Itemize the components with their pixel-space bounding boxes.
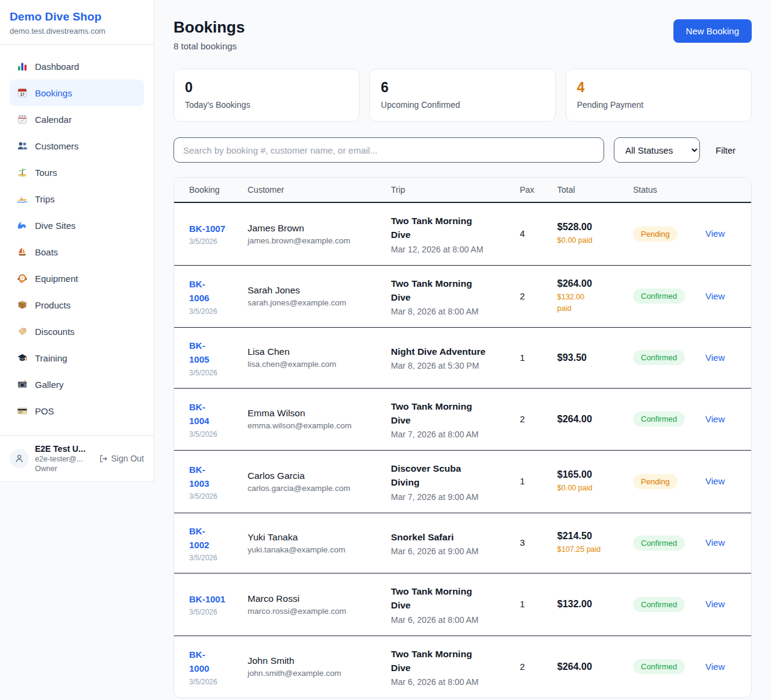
booking-id-link[interactable]: BK- 1004 — [189, 400, 209, 428]
booking-row: BK- 1005 3/5/2026 Lisa Chen lisa.chen@ex… — [174, 328, 752, 389]
sidebar-item-products[interactable]: Products — [10, 292, 144, 318]
sidebar-nav: Dashboard 17 Bookings Calendar Customers… — [0, 45, 154, 435]
view-booking-link[interactable]: View — [705, 599, 725, 609]
booking-id-link[interactable]: BK- 1000 — [189, 648, 209, 676]
col-header-status: Status — [627, 178, 699, 202]
status-badge: Confirmed — [633, 597, 685, 612]
customer-email: lisa.chen@example.com — [248, 360, 379, 369]
sidebar-item-bookings[interactable]: 17 Bookings — [10, 80, 144, 106]
new-booking-button[interactable]: New Booking — [673, 19, 752, 43]
view-booking-link[interactable]: View — [705, 537, 725, 548]
table-header-row: Booking Customer Trip Pax Total Status — [174, 178, 752, 202]
total-amount: $214.50 — [557, 531, 621, 542]
sidebar-item-pos[interactable]: POS — [10, 398, 144, 424]
trip-datetime: Mar 7, 2026 at 9:00 AM — [391, 492, 508, 502]
page-title: Bookings — [173, 18, 245, 37]
paid-amount: $107.25 paid — [557, 544, 621, 555]
sidebar-item-label: Calendar — [35, 114, 72, 125]
col-header-actions — [699, 178, 752, 202]
sidebar-item-boats[interactable]: Boats — [10, 239, 144, 265]
trip-name: Two Tank Morning Dive — [391, 584, 508, 613]
total-amount: $165.00 — [557, 469, 621, 480]
col-header-booking: Booking — [174, 178, 242, 202]
user-name: E2E Test U... — [35, 444, 93, 454]
trip-datetime: Mar 8, 2026 at 5:30 PM — [391, 361, 508, 370]
status-badge: Pending — [633, 474, 678, 489]
view-booking-link[interactable]: View — [705, 352, 725, 363]
people-icon — [17, 140, 28, 151]
trip-name: Night Dive Adventure — [391, 345, 508, 358]
customer-name: Yuki Tanaka — [248, 532, 379, 543]
booking-created-date: 3/5/2026 — [189, 430, 236, 439]
view-booking-link[interactable]: View — [705, 414, 725, 424]
stat-label-upcoming: Upcoming Confirmed — [381, 100, 544, 110]
total-amount: $264.00 — [557, 661, 621, 672]
view-booking-link[interactable]: View — [705, 661, 725, 672]
sidebar-item-label: Trips — [35, 194, 55, 204]
trip-name: Two Tank Morning Dive — [391, 277, 508, 305]
sidebar-item-trips[interactable]: Trips — [10, 186, 144, 212]
stat-card-upcoming-confirmed: 6 Upcoming Confirmed — [369, 69, 555, 122]
booking-id-link[interactable]: BK- 1005 — [189, 339, 209, 367]
sidebar-item-equipment[interactable]: Equipment — [10, 265, 144, 292]
booking-row: BK- 1004 3/5/2026 Emma Wilson emma.wilso… — [174, 388, 752, 451]
trip-datetime: Mar 12, 2026 at 8:00 AM — [391, 245, 508, 254]
user-email: e2e-tester@... — [35, 455, 93, 463]
page-header: Bookings 8 total bookings New Booking — [173, 18, 752, 51]
status-badge: Confirmed — [633, 536, 685, 551]
sidebar-item-label: Boats — [35, 247, 58, 257]
col-header-pax: Pax — [514, 178, 551, 202]
sidebar-item-gallery[interactable]: Gallery — [10, 371, 144, 398]
total-bookings-count: 8 total bookings — [173, 41, 245, 51]
sidebar-item-tours[interactable]: Tours — [10, 159, 144, 186]
filter-button[interactable]: Filter — [710, 142, 741, 159]
sidebar-item-discounts[interactable]: Discounts — [10, 318, 144, 345]
pax-count: 2 — [520, 291, 525, 301]
stat-card-todays-bookings: 0 Today's Bookings — [173, 69, 360, 122]
status-badge: Confirmed — [633, 659, 685, 674]
booking-id-link[interactable]: BK- 1006 — [189, 277, 209, 305]
pax-count: 1 — [520, 599, 525, 609]
view-booking-link[interactable]: View — [705, 291, 725, 301]
sidebar-item-label: Dashboard — [35, 61, 79, 72]
paid-amount: $132.00 paid — [557, 292, 621, 314]
customer-email: james.brown@example.com — [248, 236, 379, 245]
sidebar-item-training[interactable]: Training — [10, 345, 144, 371]
user-info: E2E Test U... e2e-tester@... Owner — [35, 444, 93, 473]
booking-id-link[interactable]: BK-1001 — [189, 592, 225, 606]
sidebar-item-calendar[interactable]: Calendar — [10, 106, 144, 133]
booking-row: BK- 1006 3/5/2026 Sarah Jones sarah.jone… — [174, 265, 752, 328]
stat-label-pending: Pending Payment — [577, 100, 740, 110]
view-booking-link[interactable]: View — [705, 228, 725, 239]
bookings-table: Booking Customer Trip Pax Total Status B… — [174, 178, 752, 698]
search-input[interactable] — [173, 137, 604, 163]
booking-created-date: 3/5/2026 — [189, 369, 236, 377]
user-role: Owner — [35, 464, 93, 473]
booking-id-link[interactable]: BK- 1002 — [189, 524, 209, 552]
person-icon — [14, 454, 24, 463]
customer-name: Emma Wilson — [248, 408, 379, 419]
sidebar-item-customers[interactable]: Customers — [10, 133, 144, 159]
customer-name: John Smith — [248, 655, 379, 666]
status-filter-select[interactable]: All Statuses — [614, 137, 700, 163]
sign-out-button[interactable]: Sign Out — [99, 454, 144, 463]
col-header-trip: Trip — [385, 178, 514, 202]
stats-row: 0 Today's Bookings 6 Upcoming Confirmed … — [173, 69, 752, 122]
pax-count: 1 — [520, 476, 525, 486]
customer-name: Marco Rossi — [248, 593, 379, 604]
total-amount: $264.00 — [557, 414, 621, 425]
sidebar-item-label: Equipment — [35, 273, 78, 284]
trip-datetime: Mar 6, 2026 at 8:00 AM — [391, 615, 508, 625]
booking-created-date: 3/5/2026 — [189, 492, 236, 501]
trip-name: Discover Scuba Diving — [391, 461, 508, 490]
trip-name: Two Tank Morning Dive — [391, 399, 508, 428]
sidebar-item-dashboard[interactable]: Dashboard — [10, 53, 144, 80]
package-icon — [17, 299, 28, 310]
sidebar-item-label: Customers — [35, 141, 79, 151]
booking-id-link[interactable]: BK-1007 — [189, 222, 225, 236]
booking-id-link[interactable]: BK- 1003 — [189, 463, 209, 491]
booking-created-date: 3/5/2026 — [189, 237, 236, 246]
sidebar-item-dive-sites[interactable]: Dive Sites — [10, 212, 144, 239]
sidebar-item-label: Training — [35, 353, 67, 363]
view-booking-link[interactable]: View — [705, 476, 725, 486]
